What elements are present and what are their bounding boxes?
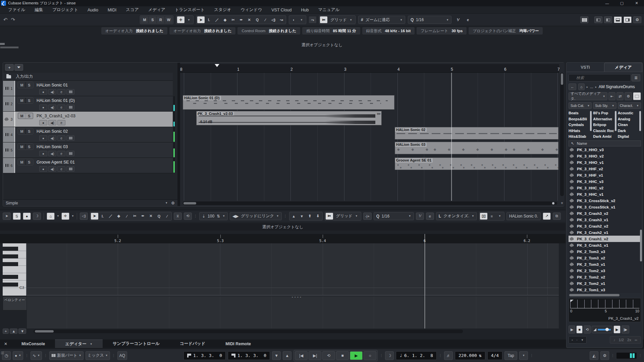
divider-handle[interactable] [0, 46, 19, 49]
midi-clip[interactable]: HALion Sonic 02 [395, 127, 558, 139]
stop-button[interactable]: ■ [336, 351, 349, 360]
metronome-setup-button[interactable]: ⚙ [600, 351, 609, 360]
track-name[interactable]: HALion Sonic 01 (D) [37, 98, 75, 103]
tab-sampler-control[interactable]: サンプラーコントロール [103, 340, 170, 348]
editor-horizontal-scrollbar[interactable] [34, 329, 463, 333]
filter-item[interactable]: Digital [618, 134, 641, 140]
solo-button[interactable]: S [26, 160, 33, 165]
instrument-button[interactable] [66, 89, 74, 95]
record-arm-button[interactable]: ● [39, 135, 47, 141]
menu-item[interactable]: スタジオ [209, 7, 236, 13]
erase-tool-icon[interactable]: ◆ [221, 16, 229, 23]
record-arm-button[interactable]: ● [39, 105, 47, 110]
chevron-down-icon[interactable]: ▼ [165, 201, 168, 204]
undo-icon[interactable]: ↶ [3, 17, 8, 23]
left-locator[interactable]: 1. 3. 3. 0 [183, 351, 226, 360]
tab-editor[interactable]: エディター▼ [55, 340, 103, 348]
black-key[interactable] [3, 254, 18, 258]
solo-button[interactable]: S [26, 129, 33, 134]
file-row[interactable]: PK_3_Crash2_v2 [569, 223, 641, 229]
edit-channel-button[interactable]: e [57, 89, 65, 95]
record-in-editor-button[interactable]: ● [23, 213, 31, 220]
solo-button[interactable]: S [26, 113, 33, 118]
play-button[interactable]: ▶ [350, 351, 363, 360]
io-channel-row[interactable]: 入力/出力 [3, 73, 173, 81]
color-tool-icon[interactable]: ↝ [278, 16, 285, 23]
midi-clip[interactable]: HALion Sonic 01 (D) [183, 95, 394, 110]
tempo-dropdown[interactable]: ▼ [519, 351, 528, 360]
transpose-octave-down-icon[interactable]: ⬇ [314, 213, 322, 220]
editor-solo-button[interactable]: S [13, 213, 21, 220]
auto-dropdown[interactable]: ▼ [185, 16, 193, 23]
mute-button[interactable]: M [18, 113, 25, 118]
locator-marker-icon[interactable] [215, 64, 219, 69]
filter-item[interactable]: 80's Pop [593, 110, 616, 116]
breadcrumb-ellipsis[interactable]: ... [590, 84, 593, 89]
go-to-start-button[interactable]: |◀ [295, 351, 308, 360]
maximize-button[interactable]: ▢ [614, 0, 629, 6]
status-chip[interactable]: オーディオ入力 接続されました [101, 27, 167, 35]
menu-item[interactable]: 編集 [30, 7, 48, 13]
sub-category-list[interactable]: BeatsBeeps&BliCymbalsHiHatsHits&Stab [569, 110, 592, 140]
menu-item[interactable]: ファイル [3, 7, 30, 13]
velocity-stepper[interactable]: ⇣ 100 ⇅ ▼ [199, 212, 228, 220]
record-arm-button-active[interactable]: ● [39, 120, 47, 125]
audio-clip-selected[interactable]: PK_3_Crash1_v2-03 ▶▶ -6.14 dB [196, 111, 382, 125]
menu-item[interactable]: マニュアル [313, 7, 344, 13]
file-row[interactable]: PK_2_Tom3_v1 [569, 261, 641, 267]
tab-mixconsole[interactable]: MixConsole [11, 340, 55, 348]
arrangement-area[interactable]: 12345678 HALion Sonic 01 (D) PK_3_Crash1… [180, 63, 565, 206]
zoom-in-icon[interactable]: + [561, 201, 563, 205]
minimize-button[interactable]: — [600, 0, 614, 6]
pre-roll-icon[interactable]: ☽ [385, 351, 394, 360]
preview-volume[interactable] [592, 326, 612, 333]
auto-quantize-button[interactable]: AQ [117, 351, 127, 360]
status-chip[interactable]: フレームレート 30 fps [417, 27, 467, 35]
reset-filter-button[interactable]: ⇤ [608, 92, 615, 100]
object-select-tool-icon[interactable]: ➤ [91, 213, 98, 220]
velocity-lane-label[interactable]: ベロシティー [3, 296, 27, 310]
media-file-list[interactable]: PK_3_HHO_v3 PK_3_HHO_v2 PK_3_HHO_v1 PK_3… [569, 146, 641, 293]
instrument-button[interactable] [66, 135, 74, 141]
file-row[interactable]: PK_3_CrossStick_v2 [569, 197, 641, 204]
tab-midi-remote[interactable]: MIDI Remote [215, 340, 261, 348]
name-column-header[interactable]: ↖ Name [569, 140, 641, 146]
transpose-down-icon[interactable]: ▼ [298, 213, 306, 220]
close-lower-zone-icon[interactable]: ✕ [0, 342, 11, 346]
file-row[interactable]: PK_3_HHC_v2 [569, 185, 641, 191]
horizontal-scrollbar[interactable] [183, 201, 552, 205]
monitor-button[interactable]: ◀) [48, 89, 56, 95]
file-row[interactable]: PK_2_Tom3_v3 [569, 248, 641, 255]
sub-style-dropdown[interactable]: Sub Sty.▼ [593, 102, 616, 109]
audio-record-mode-button[interactable]: ∿ ▼ [31, 351, 42, 360]
list-view-button[interactable]: ≣ [632, 74, 640, 81]
file-row[interactable]: PK_3_HHC_v3 [569, 178, 641, 185]
track-row-selected[interactable]: 3 MS PK_3_Crash1_v2-03 ● ◀) e [3, 112, 173, 127]
track-name[interactable]: HALion Sonic 01 [37, 83, 68, 87]
status-chip[interactable]: オーディオ出力 接続されました [169, 27, 235, 35]
redo-icon[interactable]: ↷ [11, 17, 15, 23]
stepper-arrows-icon[interactable]: ⇅ [479, 353, 482, 358]
track-row[interactable]: 2 MS HALion Sonic 01 (D) ● ◀) e [3, 96, 173, 112]
time-signature-display[interactable]: 4/4 [487, 351, 502, 360]
zoom-tool-icon[interactable]: Q [254, 16, 261, 23]
preview-loop-button[interactable]: ⟲ [584, 325, 591, 334]
punch-out-button[interactable]: ▲ [283, 351, 291, 360]
automation-button[interactable]: S [149, 16, 156, 23]
edit-channel-button[interactable]: e [57, 135, 65, 141]
menu-item[interactable]: VST Cloud [267, 8, 296, 12]
black-key[interactable] [3, 247, 18, 251]
tempo-display[interactable]: 220.000⇅ [455, 351, 485, 360]
mute-button[interactable]: M [18, 82, 25, 87]
black-key[interactable] [3, 283, 18, 287]
track-row[interactable]: 4 MS HALion Sonic 02 ● ◀) e [3, 127, 173, 142]
scrollbar-handle[interactable] [183, 202, 196, 204]
split-tool-icon[interactable]: ✂ [131, 213, 139, 220]
scrollbar-handle[interactable] [561, 73, 563, 85]
track-name[interactable]: HALion Sonic 03 [37, 144, 68, 149]
right-zone-button[interactable] [624, 16, 632, 23]
status-chip[interactable]: Control Room 接続されました [237, 27, 300, 35]
chevron-down-icon[interactable]: ▼ [90, 343, 93, 346]
gear-icon[interactable]: ⚙ [625, 92, 632, 100]
add-track-button[interactable]: + [5, 64, 14, 71]
